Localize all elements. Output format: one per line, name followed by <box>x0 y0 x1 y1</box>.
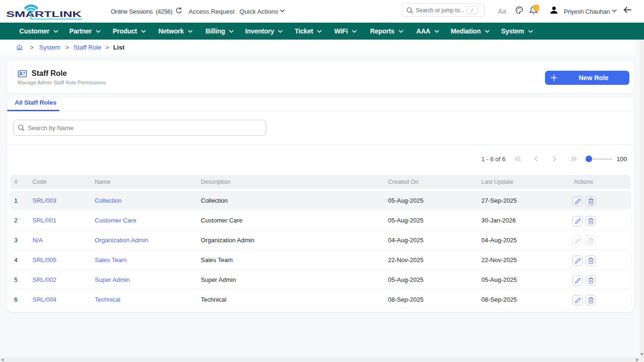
svg-text:SMARTLINK: SMARTLINK <box>6 10 82 18</box>
